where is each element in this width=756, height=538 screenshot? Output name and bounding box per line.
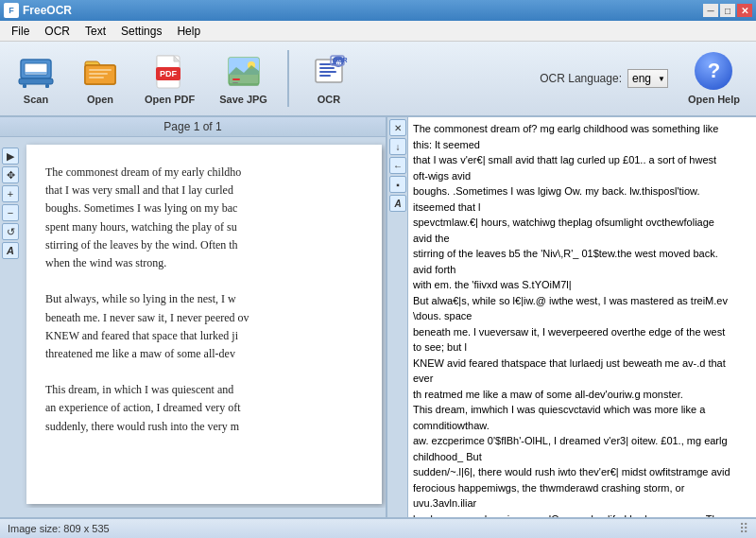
zoom-in-btn[interactable]: + bbox=[2, 185, 19, 202]
rotate-btn[interactable]: ↺ bbox=[2, 223, 19, 240]
title-bar-controls: ─ □ ✕ bbox=[703, 4, 752, 17]
svg-rect-2 bbox=[19, 78, 53, 84]
toolbar-right: OCR Language: eng fra deu spa ita ? Open… bbox=[540, 47, 748, 110]
menu-ocr[interactable]: OCR bbox=[37, 23, 77, 40]
open-pdf-icon: PDF bbox=[151, 52, 189, 90]
scan-label: Scan bbox=[24, 94, 48, 105]
status-text: Image size: 809 x 535 bbox=[8, 523, 110, 534]
right-panel: ✕ ↓ ← ▪ A The commonest dream of? mg ear… bbox=[387, 117, 756, 517]
open-pdf-button[interactable]: PDF Open PDF bbox=[136, 47, 203, 110]
ocr-text-line: ever bbox=[413, 371, 752, 387]
status-bar: Image size: 809 x 535 ⠿ bbox=[0, 517, 756, 538]
doc-line-8: beneath me. I never saw it, I never peer… bbox=[45, 309, 363, 327]
image-tools: ▶ ✥ + − ↺ A bbox=[0, 146, 21, 261]
ocr-text-line: childhood_ But bbox=[413, 449, 752, 465]
help-button[interactable]: ? Open Help bbox=[679, 47, 748, 110]
ocr-tool-close[interactable]: ✕ bbox=[389, 119, 406, 136]
ocr-text-line: this: lt seemed bbox=[413, 137, 752, 153]
close-button[interactable]: ✕ bbox=[737, 4, 752, 17]
svg-rect-4 bbox=[45, 84, 49, 88]
ocr-text-line: uvu.3avln.iliar bbox=[413, 495, 752, 512]
ocr-text-line: spevctmlaw.€| hours, watchiwg theplag of… bbox=[413, 215, 752, 231]
doc-line-4: spent many hours, watching the play of s… bbox=[45, 218, 363, 236]
ocr-language-select[interactable]: eng fra deu spa ita bbox=[627, 69, 668, 88]
ocr-text-line: with em. the 'fiivxd was S.tYOiM7l| bbox=[413, 277, 752, 293]
svg-rect-23 bbox=[319, 75, 331, 77]
svg-rect-22 bbox=[319, 71, 336, 73]
doc-line-2: that I was very small and that I lay cur… bbox=[45, 182, 363, 200]
toolbar: Scan Open PDF Open PDF bbox=[0, 42, 756, 117]
open-button[interactable]: Open bbox=[72, 47, 129, 110]
select-text-btn[interactable]: A bbox=[2, 242, 19, 259]
pan-tool-btn[interactable]: ✥ bbox=[2, 166, 19, 183]
ocr-tool-down[interactable]: ↓ bbox=[389, 138, 406, 155]
toolbar-separator bbox=[287, 50, 289, 107]
page-indicator: Page 1 of 1 bbox=[0, 117, 386, 137]
save-jpg-icon bbox=[225, 52, 263, 90]
app-icon: F bbox=[4, 3, 19, 18]
save-jpg-button[interactable]: Save JPG bbox=[211, 47, 276, 110]
svg-rect-3 bbox=[23, 84, 26, 88]
ocr-text-line: avid the bbox=[413, 231, 752, 247]
title-bar-left: F FreeOCR bbox=[4, 3, 72, 18]
ocr-text-line: to see; but l bbox=[413, 339, 752, 356]
ocr-text-line: boughs. .Sometimes I was lgiwg Ow. my ba… bbox=[413, 183, 752, 200]
ocr-text-line: beneath me. l vueversaw it, I weverpeere… bbox=[413, 324, 752, 340]
menu-file[interactable]: File bbox=[4, 23, 37, 40]
svg-rect-21 bbox=[319, 67, 335, 69]
ocr-text-line: comnditiowthaw. bbox=[413, 418, 752, 434]
status-grip: ⠿ bbox=[739, 521, 748, 536]
doc-line-1: The commonest dream of my early childho bbox=[45, 164, 363, 182]
ocr-tools: ✕ ↓ ← ▪ A bbox=[387, 117, 408, 517]
ocr-text-line: that I was v'er€| small avid thatt lag c… bbox=[413, 152, 752, 168]
main-content: Page 1 of 1 ▶ ✥ + − ↺ A The commonest dr… bbox=[0, 117, 756, 517]
ocr-language-section: OCR Language: eng fra deu spa ita bbox=[540, 69, 668, 88]
ocr-button[interactable]: ⊕ OCR OCR bbox=[301, 47, 357, 110]
open-pdf-label: Open PDF bbox=[145, 94, 195, 105]
scan-button[interactable]: Scan bbox=[8, 47, 64, 110]
ocr-label: OCR bbox=[318, 94, 340, 105]
doc-line-12: an experience of action, I dreamed very … bbox=[45, 399, 363, 417]
ocr-text-line: avid forth bbox=[413, 262, 752, 278]
menu-settings[interactable]: Settings bbox=[113, 23, 169, 40]
open-label: Open bbox=[87, 94, 113, 105]
doc-line-9: KNEW and feared that space that lurked j… bbox=[45, 327, 363, 345]
ocr-tool-block[interactable]: ▪ bbox=[389, 176, 406, 193]
svg-text:PDF: PDF bbox=[160, 69, 178, 78]
app-title: FreeOCR bbox=[23, 4, 72, 17]
ocr-text-line: th reatmed me like a maw of some all-dev… bbox=[413, 387, 752, 403]
ocr-language-wrapper: eng fra deu spa ita bbox=[627, 69, 668, 88]
zoom-out-btn[interactable]: − bbox=[2, 204, 19, 221]
ocr-text-line: aw. ezcperimce 0'$flBh'-OlHL, I dreamed … bbox=[413, 433, 752, 449]
doc-line-10: threatened me like a maw of some all-dev bbox=[45, 345, 363, 363]
minimize-button[interactable]: ─ bbox=[703, 4, 718, 17]
doc-line-5: stirring of the leaves by the wind. Ofte… bbox=[45, 236, 363, 254]
menu-help[interactable]: Help bbox=[169, 23, 208, 40]
svg-rect-10 bbox=[89, 77, 104, 78]
ocr-icon: ⊕ OCR bbox=[310, 52, 348, 90]
ocr-tool-left[interactable]: ← bbox=[389, 157, 406, 174]
ocr-text-line: oft-wigs avid bbox=[413, 168, 752, 184]
doc-line-7: But always, while so lying in the nest, … bbox=[45, 290, 363, 308]
svg-rect-17 bbox=[232, 78, 240, 80]
menu-text[interactable]: Text bbox=[77, 23, 113, 40]
ocr-text-line: But alwa€|s, while so l€|iw.@ iwthe west… bbox=[413, 293, 752, 309]
doc-line-6: when the wind was strong. bbox=[45, 254, 363, 272]
ocr-text-area[interactable]: The commonest dream of? mg earlg childho… bbox=[387, 117, 756, 517]
help-label: Open Help bbox=[688, 94, 740, 105]
document-image: The commonest dream of my early childho … bbox=[26, 145, 382, 504]
svg-rect-18 bbox=[232, 82, 238, 83]
doc-line-13: suddenly, there would rush into the very… bbox=[45, 418, 363, 436]
save-jpg-label: Save JPG bbox=[219, 94, 267, 105]
left-panel: Page 1 of 1 ▶ ✥ + − ↺ A The commonest dr… bbox=[0, 117, 387, 517]
maximize-button[interactable]: □ bbox=[720, 4, 735, 17]
ocr-text-line: ferocious happemiwgs, the thwmderawd cra… bbox=[413, 480, 752, 496]
document-scroll[interactable]: The commonest dream of my early childho … bbox=[0, 137, 386, 517]
fit-tool-btn[interactable]: ▶ bbox=[2, 148, 19, 165]
scan-icon bbox=[17, 52, 55, 90]
title-bar: F FreeOCR ─ □ ✕ bbox=[0, 0, 756, 21]
svg-rect-9 bbox=[89, 73, 108, 75]
svg-rect-8 bbox=[89, 69, 112, 71]
image-area: The commonest dream of my early childho … bbox=[0, 137, 386, 508]
ocr-tool-text[interactable]: A bbox=[389, 195, 406, 212]
